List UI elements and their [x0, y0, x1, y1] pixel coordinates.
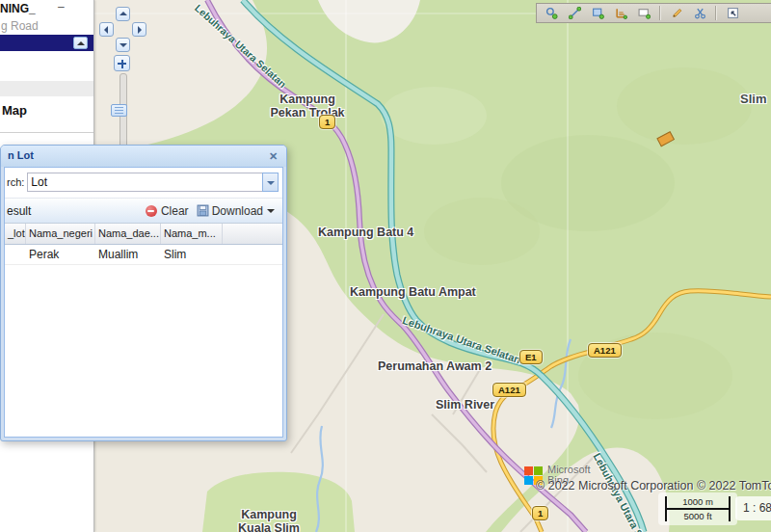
- window-body: rch: esult Clear Download: [4, 167, 283, 438]
- place-label: Kampung Kuala Slim: [226, 508, 311, 532]
- download-button-label: Download: [212, 204, 263, 218]
- sidebar-item-road[interactable]: g Road: [1, 19, 39, 33]
- route-shield: A121: [588, 343, 622, 358]
- column-header-filler: [223, 224, 282, 244]
- cell-nama-mukim: Slim: [161, 245, 223, 264]
- pan-up-button[interactable]: [116, 7, 130, 21]
- scale-bar: 1000 m 5000 ft: [658, 492, 737, 525]
- place-label: Kampung Batu 4: [318, 226, 413, 239]
- sidebar-selected-item[interactable]: [0, 35, 93, 51]
- window-title: n Lot: [8, 149, 34, 161]
- clear-button[interactable]: Clear: [142, 202, 193, 220]
- no-entry-clear-icon: [146, 205, 157, 217]
- sidebar-section-map[interactable]: Map: [2, 103, 27, 118]
- pan-down-button[interactable]: [116, 38, 130, 52]
- scale-ratio: 1 : 68: [735, 496, 771, 520]
- chevron-down-icon[interactable]: [262, 173, 279, 192]
- search-combobox: [27, 173, 279, 192]
- select-circle-icon[interactable]: [540, 5, 563, 21]
- chevron-down-icon: [267, 209, 275, 217]
- measure-area-icon[interactable]: [586, 5, 609, 21]
- column-header-nama-daerah[interactable]: Nama_dae...: [95, 224, 161, 244]
- extent-icon[interactable]: [632, 5, 655, 21]
- search-input[interactable]: [27, 173, 262, 192]
- floppy-download-icon: [197, 204, 209, 217]
- measure-line-icon[interactable]: [563, 5, 586, 21]
- results-grid-header: _lot Nama_negeri Nama_dae... Nama_m...: [5, 224, 282, 245]
- scale-metric-label: 1000 m: [667, 496, 729, 507]
- table-row[interactable]: Perak Muallim Slim: [5, 245, 282, 265]
- place-label: Kampung Pekan Trolak: [263, 93, 352, 120]
- toolbar-separator: [715, 6, 717, 20]
- place-label: Perumahan Awam 2: [378, 359, 492, 373]
- sidebar-title: NING_: [0, 2, 93, 15]
- scale-imperial-label: 5000 ft: [667, 511, 729, 521]
- route-shield: 1: [532, 506, 548, 520]
- search-label: rch:: [7, 176, 24, 188]
- close-icon[interactable]: ✕: [265, 148, 281, 165]
- column-header-nama-negeri[interactable]: Nama_negeri: [26, 224, 95, 244]
- chevron-glyph: [267, 181, 275, 185]
- route-shield: A121: [492, 383, 526, 397]
- column-header-lot[interactable]: _lot: [5, 224, 26, 244]
- place-label: Slim: [740, 92, 766, 106]
- panel-edge: [0, 132, 93, 133]
- search-lot-window: n Lot ✕ rch: esult Clear: [0, 145, 287, 441]
- column-header-nama-mukim[interactable]: Nama_m...: [161, 224, 223, 244]
- pan-left-button[interactable]: [99, 22, 114, 37]
- toolbar-separator: [659, 6, 661, 20]
- cell-lot: [5, 245, 26, 264]
- place-label: Slim River: [436, 398, 494, 412]
- clear-button-label: Clear: [161, 204, 189, 218]
- export-map-icon[interactable]: [721, 5, 744, 21]
- cell-nama-negeri: Perak: [26, 245, 95, 264]
- cell-nama-daerah: Muallim: [95, 245, 161, 264]
- arrow-up-icon: [77, 41, 85, 45]
- download-button[interactable]: Download: [193, 202, 279, 220]
- sidebar-divider-row: [0, 81, 93, 96]
- dimension-icon[interactable]: [609, 5, 632, 21]
- pencil-icon[interactable]: [665, 5, 688, 21]
- zoom-in-button[interactable]: [114, 55, 130, 71]
- collapse-up-button[interactable]: [73, 37, 88, 49]
- pan-right-button[interactable]: [132, 22, 146, 37]
- place-label: Kampung Batu Ampat: [350, 285, 476, 299]
- arrow-right-icon: [138, 26, 142, 34]
- arrow-down-icon: [120, 43, 127, 47]
- map-tools-toolbar: [536, 3, 771, 23]
- results-label: esult: [7, 204, 31, 218]
- results-toolbar: esult Clear Download: [5, 199, 282, 224]
- arrow-left-icon: [104, 26, 108, 34]
- route-shield: 1: [319, 115, 335, 129]
- route-shield: E1: [519, 350, 543, 364]
- collapse-dash-icon[interactable]: –: [58, 0, 65, 13]
- window-header[interactable]: n Lot ✕: [1, 146, 286, 167]
- gis-application: Kampung Pekan Trolak Kampung Batu 4 Kamp…: [0, 0, 771, 532]
- scissors-icon[interactable]: [688, 5, 711, 21]
- plus-icon: [121, 60, 123, 68]
- zoom-slider-handle[interactable]: [111, 104, 127, 117]
- arrow-up-icon: [120, 12, 127, 15]
- map-attribution: © 2022 Microsoft Corporation © 2022 TomT…: [536, 479, 771, 492]
